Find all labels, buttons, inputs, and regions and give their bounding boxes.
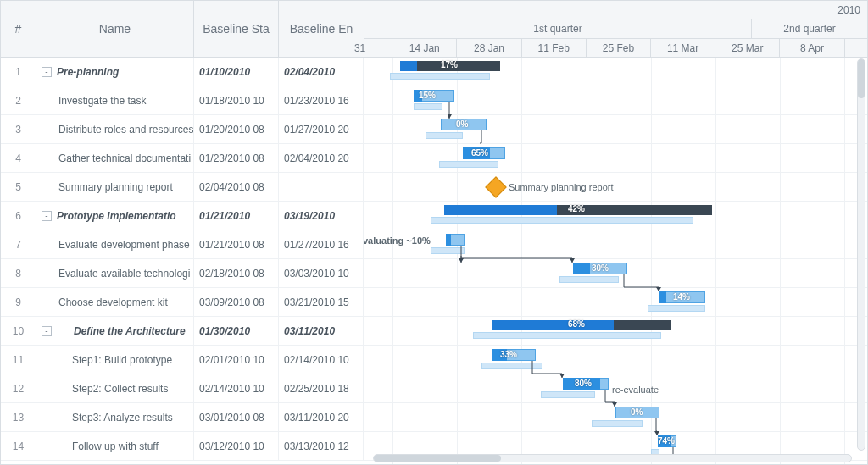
baseline-start: 02/04/2010 08: [194, 173, 279, 201]
task-row[interactable]: 3Distribute roles and resources01/20/201…: [1, 115, 364, 144]
date-cell[interactable]: 8 Apr: [780, 39, 844, 58]
baseline-end: 03/19/2010: [279, 202, 364, 230]
task-row[interactable]: 6-Prototype Implementatio01/21/201003/19…: [1, 202, 364, 230]
row-number: 4: [1, 144, 36, 172]
vscroll-thumb[interactable]: [858, 59, 865, 98]
baseline-end: 03/21/2010 15: [279, 288, 364, 316]
baseline-start: 02/14/2010 10: [194, 374, 279, 402]
col-name[interactable]: Name: [36, 1, 194, 57]
baseline-start: 01/30/2010: [194, 317, 279, 345]
date-cell[interactable]: 11 Feb: [522, 39, 587, 58]
milestone[interactable]: [485, 176, 506, 197]
task-row[interactable]: 12Step2: Collect results02/14/2010 1002/…: [1, 374, 364, 403]
timeline-row: 68%: [364, 317, 867, 346]
task-name: Step2: Collect results: [36, 374, 194, 402]
expand-toggle[interactable]: -: [42, 211, 52, 221]
task-name: Choose development kit: [36, 288, 194, 316]
date-cell[interactable]: 11 Mar: [651, 39, 715, 58]
expand-toggle[interactable]: -: [42, 67, 52, 77]
timeline-row: valuating ~10%: [364, 230, 867, 259]
task-row[interactable]: 13Step3: Analyze results03/01/2010 0803/…: [1, 403, 364, 432]
task-row[interactable]: 1-Pre-planning01/10/201002/04/2010: [1, 58, 364, 86]
baseline-start: 03/12/2010 10: [194, 432, 279, 460]
hscroll-thumb[interactable]: [374, 455, 501, 462]
timeline-row: 80%re-evaluate: [364, 374, 867, 403]
date-cell[interactable]: 2: [845, 39, 868, 58]
task-row[interactable]: 10-Define the Architecture01/30/201003/1…: [1, 317, 364, 346]
date-cell[interactable]: 28 Jan: [457, 39, 521, 58]
quarter-1[interactable]: 1st quarter: [364, 19, 752, 38]
horizontal-scrollbar[interactable]: [373, 454, 852, 462]
task-row[interactable]: 8Evaluate available technologi02/18/2010…: [1, 259, 364, 288]
task-name: Investigate the task: [36, 86, 194, 114]
row-number: 8: [1, 259, 36, 287]
baseline-end: 03/13/2010 12: [279, 432, 364, 460]
baseline-end: [279, 173, 364, 201]
timeline-row: 30%: [364, 259, 867, 288]
baseline-start: 02/18/2010 08: [194, 259, 279, 287]
quarter-2[interactable]: 2nd quarter: [752, 19, 867, 38]
baseline-end: 02/04/2010: [279, 58, 364, 86]
task-name: Follow up with stuff: [36, 432, 194, 460]
date-cell[interactable]: 25 Feb: [587, 39, 651, 58]
task-name: -Pre-planning: [36, 58, 194, 86]
year-label: 2010: [364, 1, 867, 19]
baseline-start: 03/09/2010 08: [194, 288, 279, 316]
baseline-end: 01/27/2010 20: [279, 115, 364, 143]
timeline-row: 15%: [364, 86, 867, 115]
row-number: 14: [1, 432, 36, 460]
row-number: 11: [1, 346, 36, 374]
task-name: -Define the Architecture: [36, 317, 194, 345]
timeline-row: 14%: [364, 288, 867, 317]
milestone-label: Summary planning report: [509, 182, 614, 192]
grid-header: # Name Baseline Sta Baseline En: [1, 1, 364, 58]
timeline-row: Summary planning report: [364, 173, 867, 202]
task-name: -Prototype Implementatio: [36, 202, 194, 230]
task-row[interactable]: 9Choose development kit03/09/2010 0803/2…: [1, 288, 364, 317]
baseline-end: 02/14/2010 10: [279, 346, 364, 374]
task-side-label: re-evaluate: [612, 385, 659, 395]
row-number: 10: [1, 317, 36, 345]
task-row[interactable]: 14Follow up with stuff03/12/2010 1003/13…: [1, 432, 364, 461]
timeline-row: 65%: [364, 144, 867, 173]
row-number: 13: [1, 403, 36, 431]
task-row[interactable]: 5Summary planning report02/04/2010 08: [1, 173, 364, 202]
baseline-start: 01/21/2010: [194, 202, 279, 230]
baseline-start: 01/23/2010 08: [194, 144, 279, 172]
vertical-scrollbar[interactable]: [857, 58, 865, 451]
task-name: Distribute roles and resources: [36, 115, 194, 143]
baseline-end: 02/25/2010 18: [279, 374, 364, 402]
task-name: Evaluate development phase: [36, 230, 194, 258]
baseline-start: 01/18/2010 10: [194, 86, 279, 114]
row-number: 3: [1, 115, 36, 143]
expand-toggle[interactable]: -: [42, 326, 52, 336]
task-bar[interactable]: [615, 407, 659, 418]
row-number: 2: [1, 86, 36, 114]
baseline-start: 01/10/2010: [194, 58, 279, 86]
task-grid: # Name Baseline Sta Baseline En 1-Pre-pl…: [1, 1, 364, 464]
col-num[interactable]: #: [1, 1, 36, 57]
timeline-row: 42%: [364, 202, 867, 230]
row-number: 5: [1, 173, 36, 201]
task-row[interactable]: 4Gather technical documentati01/23/2010 …: [1, 144, 364, 173]
task-name: Evaluate available technologi: [36, 259, 194, 287]
baseline-end: 03/11/2010: [279, 317, 364, 345]
timeline: 2010 1st quarter 2nd quarter 3114 Jan28 …: [364, 1, 867, 464]
date-cell[interactable]: 25 Mar: [715, 39, 780, 58]
task-row[interactable]: 2Investigate the task01/18/2010 1001/23/…: [1, 86, 364, 115]
timeline-row: 33%: [364, 346, 867, 374]
task-name: Summary planning report: [36, 173, 194, 201]
date-cell[interactable]: 14 Jan: [392, 39, 457, 58]
timeline-row: 0%: [364, 403, 867, 432]
task-row[interactable]: 7Evaluate development phase01/21/2010 08…: [1, 230, 364, 259]
date-cell[interactable]: 31: [328, 39, 392, 58]
task-row[interactable]: 11Step1: Build prototype02/01/2010 1002/…: [1, 346, 364, 374]
baseline-start: 02/01/2010 10: [194, 346, 279, 374]
task-name: Step3: Analyze results: [36, 403, 194, 431]
row-number: 1: [1, 58, 36, 86]
row-number: 9: [1, 288, 36, 316]
col-baseline-start[interactable]: Baseline Sta: [194, 1, 279, 57]
baseline-start: 01/21/2010 08: [194, 230, 279, 258]
task-bar[interactable]: [441, 119, 487, 130]
task-bar[interactable]: [659, 291, 705, 303]
